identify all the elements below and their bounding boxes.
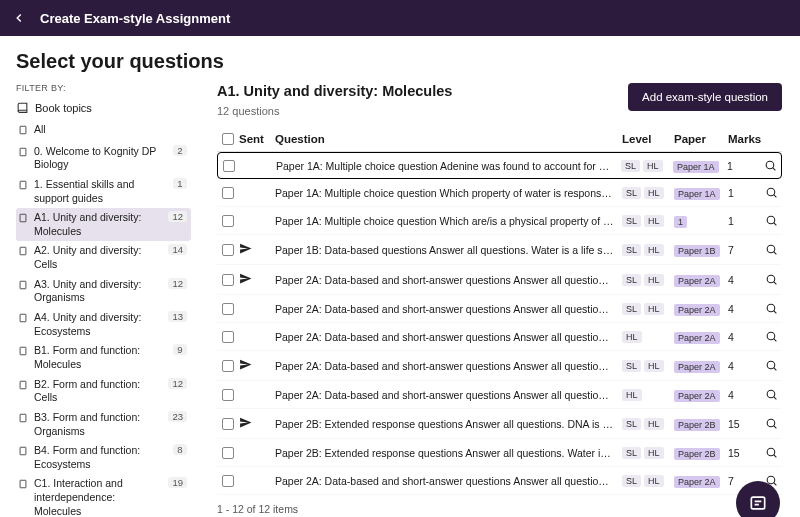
doc-icon <box>18 280 28 290</box>
table-row[interactable]: Paper 1A: Multiple choice question Adeni… <box>217 152 782 179</box>
col-header-question[interactable]: Question <box>275 133 622 145</box>
row-checkbox[interactable] <box>222 389 234 401</box>
question-text: Paper 2A: Data-based and short-answer qu… <box>275 331 614 343</box>
sidebar-item[interactable]: B2. Form and function: Cells 12 <box>16 375 191 408</box>
sidebar-item-label: A4. Unity and diversity: Ecosystems <box>34 311 158 338</box>
sent-icon <box>239 358 252 371</box>
magnify-icon[interactable] <box>764 159 777 172</box>
sent-icon <box>239 272 252 285</box>
row-checkbox[interactable] <box>222 475 234 487</box>
table-row[interactable]: Paper 2A: Data-based and short-answer qu… <box>217 351 782 381</box>
sidebar-item[interactable]: A1. Unity and diversity: Molecules 12 <box>16 208 191 241</box>
paper-tag: Paper 2B <box>674 448 720 460</box>
sidebar-item-count: 2 <box>173 145 187 156</box>
svg-rect-2 <box>20 181 26 189</box>
row-checkbox[interactable] <box>223 160 235 172</box>
sidebar-item[interactable]: B4. Form and function: Ecosystems 8 <box>16 441 191 474</box>
table-row[interactable]: Paper 2A: Data-based and short-answer qu… <box>217 381 782 409</box>
table-row[interactable]: Paper 2B: Extended response questions An… <box>217 439 782 467</box>
magnify-icon[interactable] <box>765 186 778 199</box>
marks-value: 4 <box>728 360 760 372</box>
question-text: Paper 2B: Extended response questions An… <box>275 418 614 430</box>
book-topics-header[interactable]: Book topics <box>16 101 191 114</box>
sent-icon <box>239 416 252 429</box>
row-checkbox[interactable] <box>222 187 234 199</box>
question-text: Paper 2A: Data-based and short-answer qu… <box>275 389 614 401</box>
magnify-icon[interactable] <box>765 214 778 227</box>
sidebar-item[interactable]: 0. Welcome to Kognity DP Biology 2 <box>16 142 191 175</box>
svg-rect-31 <box>751 497 764 509</box>
back-icon[interactable] <box>12 11 26 25</box>
table-row[interactable]: Paper 2B: Extended response questions An… <box>217 409 782 439</box>
table-row[interactable]: Paper 1A: Multiple choice question Which… <box>217 207 782 235</box>
svg-point-27 <box>767 390 775 398</box>
level-tag: SL <box>622 244 641 256</box>
sidebar-all-label: All <box>34 123 187 137</box>
sidebar-item[interactable]: 1. Essential skills and support guides 1 <box>16 175 191 208</box>
sidebar-item[interactable]: A2. Unity and diversity: Cells 14 <box>16 241 191 274</box>
table-row[interactable]: Paper 1A: Multiple choice question Which… <box>217 179 782 207</box>
doc-icon <box>18 313 28 323</box>
table-row[interactable]: Paper 2A: Data-based and short-answer qu… <box>217 265 782 295</box>
col-header-sent[interactable]: Sent <box>239 133 275 145</box>
sidebar-item-count: 8 <box>173 444 187 455</box>
marks-value: 1 <box>728 215 760 227</box>
magnify-icon[interactable] <box>765 388 778 401</box>
level-tag: SL <box>622 475 641 487</box>
row-checkbox[interactable] <box>222 447 234 459</box>
main-title: A1. Unity and diversity: Molecules <box>217 83 452 99</box>
paper-tag: Paper 2A <box>674 275 720 287</box>
doc-icon <box>18 446 28 456</box>
sidebar-all[interactable]: All <box>16 120 191 140</box>
floating-action-button[interactable] <box>736 481 780 517</box>
sidebar-item[interactable]: A4. Unity and diversity: Ecosystems 13 <box>16 308 191 341</box>
row-checkbox[interactable] <box>222 244 234 256</box>
col-header-marks[interactable]: Marks <box>728 133 760 145</box>
svg-point-28 <box>767 419 775 427</box>
sidebar-item-label: A1. Unity and diversity: Molecules <box>34 211 158 238</box>
table-row[interactable]: Paper 1B: Data-based questions Answer al… <box>217 235 782 265</box>
magnify-icon[interactable] <box>765 243 778 256</box>
row-checkbox[interactable] <box>222 360 234 372</box>
sidebar-item-count: 1 <box>173 178 187 189</box>
row-checkbox[interactable] <box>222 215 234 227</box>
magnify-icon[interactable] <box>765 446 778 459</box>
sidebar-item[interactable]: A3. Unity and diversity: Organisms 12 <box>16 275 191 308</box>
svg-point-19 <box>766 161 774 169</box>
sidebar-item-label: B1. Form and function: Molecules <box>34 344 163 371</box>
sidebar-item-label: B2. Form and function: Cells <box>34 378 158 405</box>
magnify-icon[interactable] <box>765 417 778 430</box>
sidebar-item[interactable]: C1. Interaction and interdependence: Mol… <box>16 474 191 517</box>
magnify-icon[interactable] <box>765 330 778 343</box>
level-tag: SL <box>622 418 641 430</box>
row-checkbox[interactable] <box>222 331 234 343</box>
sidebar-item-count: 13 <box>168 311 187 322</box>
svg-rect-0 <box>20 126 26 134</box>
magnify-icon[interactable] <box>765 302 778 315</box>
doc-icon <box>18 413 28 423</box>
question-count: 12 questions <box>217 105 452 117</box>
level-tag: SL <box>622 303 641 315</box>
sidebar-item[interactable]: B3. Form and function: Organisms 23 <box>16 408 191 441</box>
doc-icon <box>18 246 28 256</box>
svg-rect-10 <box>20 447 26 455</box>
sidebar-item-count: 12 <box>168 211 187 222</box>
magnify-icon[interactable] <box>765 359 778 372</box>
svg-rect-9 <box>20 414 26 422</box>
table-row[interactable]: Paper 2A: Data-based and short-answer qu… <box>217 323 782 351</box>
col-header-level[interactable]: Level <box>622 133 674 145</box>
sidebar-item[interactable]: B1. Form and function: Molecules 9 <box>16 341 191 374</box>
magnify-icon[interactable] <box>765 273 778 286</box>
row-checkbox[interactable] <box>222 418 234 430</box>
doc-icon <box>18 213 28 223</box>
add-exam-style-question-button[interactable]: Add exam-style question <box>628 83 782 111</box>
table-row[interactable]: Paper 2A: Data-based and short-answer qu… <box>217 295 782 323</box>
sidebar-item-count: 23 <box>168 411 187 422</box>
col-header-paper[interactable]: Paper <box>674 133 728 145</box>
row-checkbox[interactable] <box>222 303 234 315</box>
table-row[interactable]: Paper 2A: Data-based and short-answer qu… <box>217 467 782 495</box>
select-all-checkbox[interactable] <box>222 133 234 145</box>
sidebar-item-label: B4. Form and function: Ecosystems <box>34 444 163 471</box>
row-checkbox[interactable] <box>222 274 234 286</box>
level-tag: HL <box>644 274 664 286</box>
